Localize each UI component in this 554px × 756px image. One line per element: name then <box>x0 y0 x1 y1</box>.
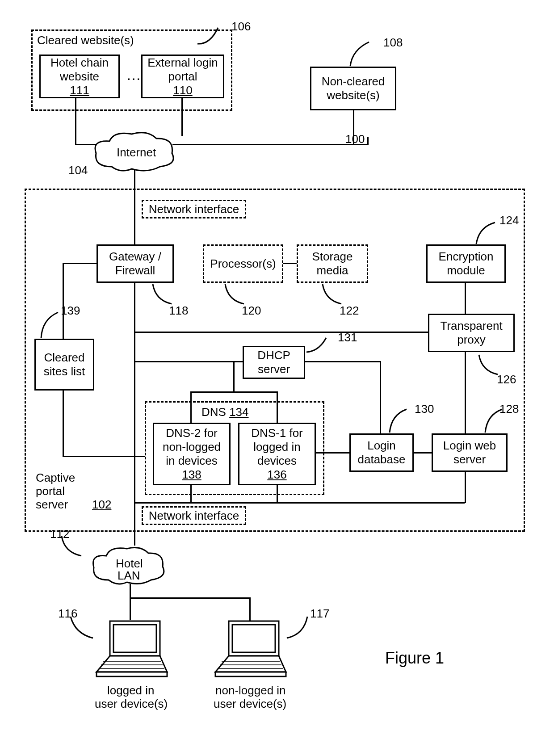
conn <box>63 391 64 457</box>
net-if-label-top: Network interface <box>149 202 239 216</box>
gateway-firewall-box: Gateway / Firewall <box>97 244 174 283</box>
dns2-l3: in devices <box>166 454 218 468</box>
dns2-box: DNS-2 for non-logged in devices 138 <box>153 423 231 485</box>
figure-label: Figure 1 <box>385 649 444 668</box>
conn <box>190 391 192 423</box>
laptop-icon-nonlogged <box>213 618 289 681</box>
conn <box>277 391 278 423</box>
conn <box>465 472 466 503</box>
svg-rect-1 <box>113 625 156 652</box>
conn <box>190 485 192 503</box>
dns2-l1: DNS-2 for <box>166 426 218 440</box>
conn <box>63 456 145 457</box>
network-interface-top: Network interface <box>142 200 246 218</box>
ref-104: 104 <box>68 164 88 177</box>
hotel-chain-website-box: Hotel chain website 111 <box>39 55 120 98</box>
cleared-sites-list-box: Cleared sites list <box>34 339 94 391</box>
cleared-websites-label: Cleared website(s) <box>37 34 134 47</box>
conn <box>134 283 135 546</box>
ref-116: 116 <box>58 607 77 621</box>
conn <box>465 283 466 314</box>
net-if-label-bottom: Network interface <box>149 509 239 523</box>
gateway-l1: Gateway / <box>109 250 161 264</box>
captive-l1: Captive <box>36 471 75 485</box>
ref-108: 108 <box>383 36 403 50</box>
conn <box>233 361 235 391</box>
nonlogged-l2: user device(s) <box>214 697 286 711</box>
proxy-text: Transparent proxy <box>429 319 513 347</box>
dns1-ref: 136 <box>267 468 286 482</box>
conn <box>63 263 64 339</box>
ref-126: 126 <box>497 373 516 386</box>
conn <box>277 485 278 503</box>
ref-106: 106 <box>231 20 251 34</box>
ref-117: 117 <box>310 607 329 621</box>
conn <box>367 137 369 145</box>
conn <box>249 597 251 621</box>
dns1-box: DNS-1 for logged in devices 136 <box>238 423 316 485</box>
storage-text: Storage media <box>298 250 367 277</box>
ref-130: 130 <box>415 402 434 416</box>
laptop-icon-logged <box>94 618 170 681</box>
processors-text: Processor(s) <box>210 257 276 271</box>
conn <box>305 361 381 362</box>
conn <box>130 584 131 620</box>
conn <box>172 144 367 145</box>
cleared-list-text: Cleared sites list <box>36 351 93 378</box>
leader-131 <box>306 336 341 354</box>
encryption-module-box: Encryption module <box>426 244 506 283</box>
conn <box>190 361 233 362</box>
login-server-text: Login web server <box>433 439 506 466</box>
ref-102: 102 <box>92 498 111 512</box>
external-portal-ref: 110 <box>173 84 192 97</box>
external-portal-text: External login portal <box>143 56 223 84</box>
dhcp-text: DHCP server <box>244 349 304 376</box>
ref-112: 112 <box>50 527 69 541</box>
captive-l2: portal <box>36 484 65 498</box>
dns1-l2: logged in <box>253 440 301 454</box>
gateway-l2: Firewall <box>115 264 155 277</box>
dns-label: DNS 134 <box>201 405 249 419</box>
ref-122: 122 <box>340 304 359 318</box>
internet-label: Internet <box>117 146 156 160</box>
conn <box>130 597 250 599</box>
ellipsis: … <box>126 66 141 84</box>
conn <box>380 361 381 433</box>
transparent-proxy-box: Transparent proxy <box>428 314 515 352</box>
conn <box>134 170 135 244</box>
ref-124: 124 <box>499 214 519 227</box>
conn <box>134 502 465 504</box>
encryption-text: Encryption module <box>428 250 504 277</box>
nonlogged-l1: non-logged in <box>215 684 286 697</box>
conn <box>75 98 76 145</box>
conn <box>134 332 428 333</box>
conn <box>316 452 349 454</box>
login-web-server-box: Login web server <box>432 433 508 472</box>
ref-128: 128 <box>499 402 519 416</box>
dns2-l2: non-logged <box>163 440 221 454</box>
logged-l2: user device(s) <box>95 697 168 711</box>
svg-rect-2 <box>97 672 167 676</box>
ref-120: 120 <box>242 304 261 318</box>
conn <box>283 263 297 264</box>
conn <box>353 110 354 145</box>
storage-media-box: Storage media <box>297 244 368 283</box>
login-database-box: Login database <box>349 433 414 472</box>
conn <box>63 263 97 264</box>
conn <box>414 452 432 454</box>
dns2-ref: 138 <box>182 468 201 482</box>
non-cleared-websites-box: Non-cleared website(s) <box>310 67 396 110</box>
non-cleared-text: Non-cleared website(s) <box>311 75 395 102</box>
svg-rect-8 <box>215 672 286 676</box>
hotel-chain-ref: 111 <box>70 84 89 97</box>
captive-l3: server <box>36 498 68 512</box>
ref-118: 118 <box>169 304 188 318</box>
network-interface-bottom: Network interface <box>142 506 246 525</box>
conn <box>181 98 183 136</box>
dhcp-server-box: DHCP server <box>243 346 305 379</box>
processors-box: Processor(s) <box>203 244 283 283</box>
dns1-l1: DNS-1 for <box>251 426 303 440</box>
conn <box>75 144 97 145</box>
logged-l1: logged in <box>107 684 155 697</box>
dns1-l3: devices <box>257 454 297 468</box>
